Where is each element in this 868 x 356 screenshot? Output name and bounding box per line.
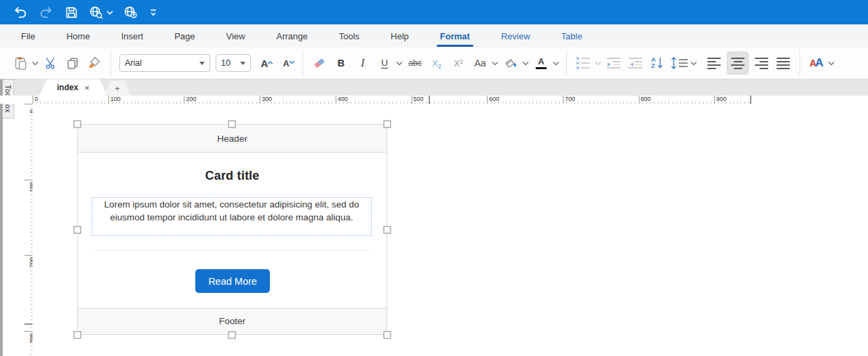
menu-format-label: Format — [440, 31, 470, 41]
menu-view[interactable]: View — [211, 24, 261, 47]
app-window: File Home Insert Page View Arrange Tools… — [0, 0, 868, 356]
h-label: 200 — [186, 96, 196, 102]
font-family-value: Arial — [125, 58, 195, 68]
copy-button[interactable] — [64, 52, 81, 75]
menubar: File Home Insert Page View Arrange Tools… — [0, 24, 868, 47]
strikethrough-button[interactable]: abc — [406, 52, 424, 75]
align-center-button[interactable] — [727, 52, 749, 75]
major-tick-h — [108, 96, 109, 104]
preview-in-browser-icon[interactable] — [88, 3, 104, 22]
h-label: 0 — [35, 96, 38, 102]
tab-index[interactable]: index × — [39, 79, 107, 96]
menu-arrange[interactable]: Arrange — [260, 24, 323, 47]
h-label: 900 — [716, 96, 726, 102]
bullet-list-button[interactable] — [574, 52, 592, 75]
preview-dropdown-chevron-icon[interactable] — [106, 3, 113, 22]
redo-icon[interactable] — [39, 3, 54, 22]
undo-icon[interactable] — [13, 3, 28, 22]
titlebar — [0, 0, 868, 24]
card-footer[interactable]: Footer — [78, 308, 387, 334]
highlight-fill-chevron-icon[interactable] — [522, 61, 529, 66]
h-label: 800 — [641, 96, 651, 102]
menu-file[interactable]: File — [5, 24, 51, 47]
card-header[interactable]: Header — [78, 125, 387, 153]
major-tick-h — [714, 96, 715, 104]
card-paragraph-selected[interactable]: Lorem ipsum dolor sit amet, consectetur … — [92, 197, 372, 236]
font-color-button[interactable]: A — [532, 52, 550, 75]
underline-dropdown-chevron-icon[interactable] — [396, 61, 403, 66]
save-icon[interactable] — [64, 3, 79, 22]
toolbox-panel-edge — [0, 79, 3, 356]
customize-quick-access-icon[interactable] — [149, 3, 158, 22]
selection-handle-bottom-right[interactable] — [384, 332, 391, 339]
underline-button[interactable]: U — [376, 52, 393, 75]
format-painter-button[interactable] — [85, 52, 103, 75]
increase-indent-button[interactable] — [605, 52, 623, 75]
selection-handle-bottom-center[interactable] — [229, 332, 236, 339]
paste-button[interactable] — [12, 52, 29, 75]
card-component[interactable]: Header Card title Lorem ipsum dolor sit … — [77, 124, 387, 335]
selection-handle-mid-right[interactable] — [384, 226, 391, 234]
increase-font-size-button[interactable]: A — [256, 52, 273, 75]
align-left-button[interactable] — [705, 52, 723, 75]
toolbar-separator — [111, 50, 111, 76]
paste-dropdown-chevron-icon[interactable] — [32, 61, 39, 66]
font-size-caret-icon — [240, 62, 245, 65]
superscript-button[interactable]: X2 — [450, 52, 467, 75]
line-spacing-button[interactable] — [670, 52, 688, 75]
major-tick-h — [487, 96, 488, 104]
line-spacing-chevron-icon[interactable] — [690, 61, 697, 66]
cut-button[interactable] — [42, 52, 60, 75]
menu-review[interactable]: Review — [486, 24, 546, 47]
justify-button[interactable] — [774, 52, 792, 75]
new-tab-button[interactable]: + — [104, 81, 131, 96]
card-divider[interactable] — [94, 250, 370, 251]
highlight-fill-button[interactable] — [502, 52, 519, 75]
selection-handle-top-center[interactable] — [229, 121, 236, 128]
decrease-indent-button[interactable] — [627, 52, 644, 75]
align-right-button[interactable] — [753, 52, 770, 75]
major-tick-h — [184, 96, 184, 104]
bold-button[interactable]: B — [332, 52, 350, 75]
read-more-button[interactable]: Read More — [195, 269, 270, 293]
menu-insert[interactable]: Insert — [106, 24, 159, 47]
menu-tools[interactable]: Tools — [323, 24, 375, 47]
menu-page[interactable]: Page — [159, 24, 210, 47]
h-label: 100 — [111, 96, 121, 102]
tab-close-icon[interactable]: × — [84, 83, 90, 92]
major-tick-h — [639, 96, 639, 104]
selection-handle-top-left[interactable] — [74, 121, 81, 128]
sort-az-button[interactable]: AZ — [648, 52, 666, 75]
vertical-ruler-ticks: 0100200300 — [24, 104, 33, 355]
menu-home[interactable]: Home — [51, 24, 106, 47]
h-label: 400 — [338, 96, 348, 102]
text-styles-chevron-icon[interactable] — [828, 61, 835, 66]
h-label: 700 — [565, 96, 575, 102]
font-size-value: 10 — [221, 58, 236, 68]
major-tick-h — [563, 96, 564, 104]
change-case-chevron-icon[interactable] — [492, 61, 498, 66]
publish-icon[interactable] — [123, 3, 139, 22]
selection-handle-top-right[interactable] — [384, 121, 391, 128]
menu-table[interactable]: Table — [546, 24, 598, 47]
selection-handle-mid-left[interactable] — [74, 226, 81, 234]
font-size-select[interactable]: 10 — [216, 54, 251, 72]
change-case-button[interactable]: Aa — [471, 52, 489, 75]
major-tick-h — [412, 96, 412, 104]
bullet-list-chevron-icon[interactable] — [595, 61, 601, 66]
text-styles-button[interactable]: AA — [808, 52, 825, 75]
vertical-ruler: 0100200300 — [24, 104, 33, 356]
menu-help[interactable]: Help — [375, 24, 425, 47]
eraser-button[interactable] — [311, 52, 328, 75]
selection-handle-bottom-left[interactable] — [74, 332, 81, 339]
font-family-select[interactable]: Arial — [119, 54, 210, 72]
font-color-chevron-icon[interactable] — [553, 61, 559, 66]
decrease-font-size-button[interactable]: A — [277, 52, 295, 75]
italic-button[interactable]: I — [354, 52, 372, 75]
format-toolbar: Arial 10 A A B I U abc X2 X2 — [0, 47, 868, 79]
subscript-button[interactable]: X2 — [428, 52, 446, 75]
card-title[interactable]: Card title — [78, 169, 387, 183]
h-label: 600 — [489, 96, 499, 102]
h-cap — [429, 96, 430, 104]
menu-format[interactable]: Format — [425, 24, 486, 47]
